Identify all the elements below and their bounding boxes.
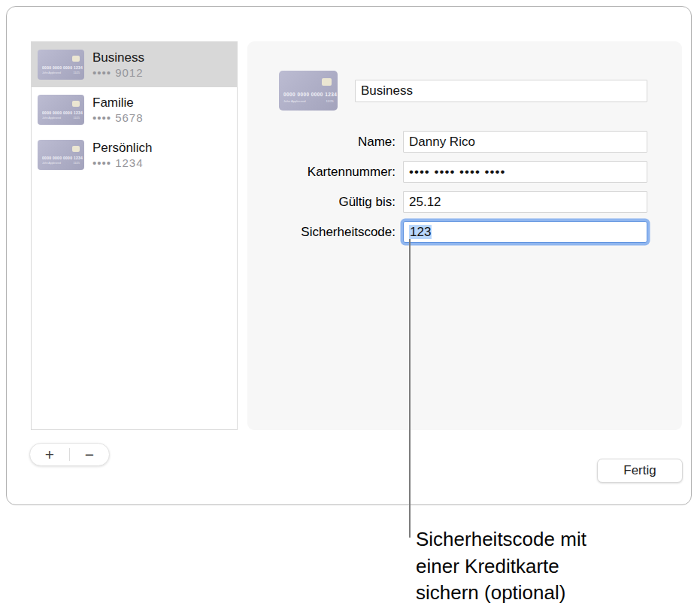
annotation-line-3: sichern (optional) — [416, 580, 586, 606]
card-name-label: Persönlich — [92, 140, 152, 156]
card-chip-icon — [322, 78, 332, 86]
card-art-number: 0000 0000 0000 1234 — [283, 92, 337, 97]
card-art-holder: John Appleseed — [42, 162, 61, 165]
card-name-label: Familie — [92, 95, 144, 111]
card-art-meta: John Appleseed 11/25 — [283, 99, 334, 103]
security-code-label: Sicherheitscode: — [247, 221, 395, 243]
expiry-input[interactable] — [403, 191, 647, 213]
card-number-label: Kartennummer: — [247, 161, 395, 183]
card-art-expiry: 11/25 — [74, 117, 80, 120]
card-chip-icon — [72, 56, 80, 62]
security-code-input[interactable]: 123 — [403, 221, 647, 243]
card-art-holder: John Appleseed — [283, 99, 306, 103]
credit-cards-window: 0000 0000 0000 1234 John Appleseed 11/25… — [6, 6, 692, 505]
add-card-button[interactable]: + — [30, 444, 69, 465]
card-list-item-business[interactable]: 0000 0000 0000 1234 John Appleseed 11/25… — [32, 42, 237, 87]
credit-card-icon: 0000 0000 0000 1234 John Appleseed 11/25 — [38, 140, 84, 170]
card-last4-label: •••• 9012 — [92, 65, 144, 80]
card-last4-label: •••• 1234 — [92, 156, 152, 170]
card-art-expiry: 11/25 — [74, 71, 80, 74]
card-last4-label: •••• 5678 — [92, 111, 144, 125]
card-art-expiry: 11/25 — [74, 162, 80, 165]
card-chip-icon — [72, 146, 80, 152]
card-description-input[interactable] — [355, 80, 647, 102]
card-name-label: Business — [92, 50, 144, 65]
card-art-holder: John Appleseed — [42, 117, 61, 120]
name-input[interactable] — [403, 131, 647, 153]
card-chip-icon — [72, 101, 80, 107]
card-art-number: 0000 0000 0000 1234 — [42, 111, 83, 116]
credit-card-image: 0000 0000 0000 1234 John Appleseed 11/25 — [279, 71, 338, 111]
annotation-line-2: einer Kreditkarte — [416, 553, 586, 580]
card-list: 0000 0000 0000 1234 John Appleseed 11/25… — [31, 41, 238, 430]
callout-pointer-line — [409, 239, 411, 538]
card-number-input[interactable] — [403, 161, 647, 183]
card-art-number: 0000 0000 0000 1234 — [42, 156, 83, 161]
annotation-text: Sicherheitscode mit einer Kreditkarte si… — [416, 526, 586, 606]
security-code-value: 123 — [409, 225, 432, 239]
credit-card-icon: 0000 0000 0000 1234 John Appleseed 11/25 — [38, 95, 84, 125]
add-remove-group: + − — [29, 443, 110, 466]
card-list-item-text: Business •••• 9012 — [92, 50, 144, 80]
card-art-meta: John Appleseed 11/25 — [42, 117, 80, 120]
card-art-holder: John Appleseed — [42, 71, 61, 74]
card-art-expiry: 11/25 — [326, 99, 333, 103]
credit-card-icon: 0000 0000 0000 1234 John Appleseed 11/25 — [38, 50, 84, 80]
expiry-label: Gültig bis: — [247, 191, 395, 213]
name-label: Name: — [247, 131, 395, 153]
card-list-item-persoenlich[interactable]: 0000 0000 0000 1234 John Appleseed 11/25… — [32, 132, 237, 177]
remove-card-button[interactable]: − — [70, 444, 109, 465]
done-button[interactable]: Fertig — [597, 459, 683, 483]
card-list-item-text: Familie •••• 5678 — [92, 95, 144, 125]
card-list-item-familie[interactable]: 0000 0000 0000 1234 John Appleseed 11/25… — [32, 87, 237, 132]
card-art-number: 0000 0000 0000 1234 — [42, 66, 83, 71]
card-list-item-text: Persönlich •••• 1234 — [92, 140, 152, 170]
annotation-line-1: Sicherheitscode mit — [416, 526, 586, 553]
card-art-meta: John Appleseed 11/25 — [42, 162, 80, 165]
card-art-meta: John Appleseed 11/25 — [42, 71, 80, 74]
